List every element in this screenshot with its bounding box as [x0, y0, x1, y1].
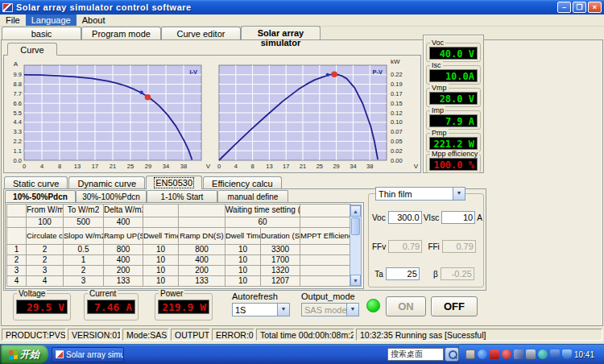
table-cell[interactable]: 200 — [179, 266, 225, 276]
table-scrollbar[interactable]: ▲ ▼ — [350, 205, 362, 287]
tab-curve-editor[interactable]: Curve editor — [161, 27, 241, 39]
chevron-down-icon[interactable]: ▼ — [277, 304, 289, 316]
table-cell[interactable]: 2 — [27, 255, 64, 266]
tab-efficiency-calcu[interactable]: Efficiency calcu — [203, 176, 282, 189]
status-error: ERROR:0 — [212, 329, 254, 341]
tray-firewall-shield-icon[interactable] — [562, 350, 572, 359]
tab-static-curve[interactable]: Static curve — [4, 176, 68, 189]
table-cell[interactable]: 2 — [27, 245, 64, 255]
table-cell[interactable]: 3 — [7, 266, 27, 276]
svg-text:7.7: 7.7 — [14, 90, 22, 97]
on-button[interactable]: ON — [386, 296, 426, 316]
table-cell[interactable]: 60 — [225, 217, 300, 228]
tab-basic[interactable]: basic — [2, 27, 81, 39]
scrollbar-thumb[interactable] — [351, 217, 360, 235]
table-cell[interactable] — [300, 255, 351, 266]
minimize-button[interactable]: – — [557, 2, 571, 13]
table-cell[interactable] — [143, 217, 179, 228]
pv-model-params-group: Thin film ▼ Voc V Isc A FFv — [368, 193, 484, 287]
table-cell[interactable]: 100 — [27, 217, 64, 228]
pv-model-select[interactable]: Thin film ▼ — [375, 187, 465, 201]
table-cell[interactable]: 2 — [64, 266, 104, 276]
ffi-param-input — [442, 240, 476, 253]
table-cell[interactable]: 400 — [104, 217, 143, 228]
table-cell[interactable]: 0.5 — [64, 245, 104, 255]
scroll-down-icon[interactable]: ▼ — [350, 275, 361, 286]
table-cell[interactable] — [300, 266, 351, 276]
svg-text:2.2: 2.2 — [14, 138, 22, 145]
subtab-manual-define[interactable]: manual define — [217, 190, 288, 202]
tray-network-icon[interactable] — [514, 350, 523, 359]
subtab-10-50-pdcn[interactable]: 10%-50%Pdcn — [5, 190, 76, 202]
desktop-search-input[interactable] — [387, 348, 444, 361]
table-cell[interactable] — [300, 217, 351, 228]
tray-ati-icon[interactable] — [490, 350, 499, 359]
table-cell[interactable] — [7, 217, 27, 228]
table-cell[interactable]: 1320 — [261, 266, 300, 276]
search-icon[interactable] — [445, 347, 459, 362]
scroll-up-icon[interactable]: ▲ — [350, 205, 361, 217]
table-cell[interactable]: 800 — [179, 245, 225, 255]
table-cell[interactable]: 3300 — [261, 245, 300, 255]
menu-about[interactable]: About — [77, 14, 111, 26]
close-button[interactable]: × — [588, 2, 602, 13]
table-cell[interactable]: 1 — [64, 255, 104, 266]
table-cell[interactable]: 10 — [225, 255, 261, 266]
table-cell[interactable]: 10 — [143, 255, 179, 266]
table-cell[interactable]: 10 — [143, 245, 179, 255]
main-tab-strip: basic Program mode Curve editor Solar ar… — [2, 27, 602, 40]
menu-language[interactable]: Language — [26, 14, 77, 26]
table-cell[interactable]: 800 — [104, 245, 143, 255]
table-cell[interactable]: 4 — [27, 276, 64, 287]
tab-dynamic-curve[interactable]: Dynamic curve — [68, 176, 145, 189]
ta-param-input[interactable] — [386, 267, 420, 280]
subtab-30-100-pdcn[interactable]: 30%-100%Pdcn — [76, 190, 147, 202]
tray-messenger-icon[interactable] — [478, 350, 487, 359]
table-cell[interactable]: 10 — [143, 276, 179, 287]
table-cell[interactable] — [300, 245, 351, 255]
tab-en50530[interactable]: EN50530 — [146, 176, 202, 189]
voc-value: 40.0 V — [429, 47, 478, 60]
svg-text:0.0: 0.0 — [14, 157, 22, 164]
en50530-table[interactable]: From W/m2To W/m2Delta W/m2Waiting time s… — [6, 204, 351, 287]
taskbar-app-button[interactable]: Solar array simu... — [52, 347, 124, 362]
table-cell[interactable]: 1 — [7, 245, 27, 255]
maximize-button[interactable]: ❐ — [573, 2, 586, 13]
autorefresh-select[interactable]: 1S ▼ — [232, 303, 290, 316]
table-cell[interactable] — [300, 276, 351, 287]
table-cell[interactable]: 1700 — [261, 255, 300, 266]
table-cell[interactable]: 3 — [27, 266, 64, 276]
table-cell[interactable]: 10 — [225, 266, 261, 276]
subtab-start-shuntdown[interactable]: 1-10% Start ShuntDown — [147, 190, 217, 202]
table-cell[interactable]: 133 — [179, 276, 225, 287]
table-cell[interactable]: 133 — [104, 276, 143, 287]
isc-param-input[interactable] — [441, 211, 475, 224]
tray-volume-icon[interactable] — [526, 350, 536, 359]
tray-update-icon[interactable] — [538, 350, 548, 359]
tab-solar-array-simulator[interactable]: Solar array simulator — [241, 26, 321, 39]
voc-param-input[interactable] — [388, 211, 422, 224]
table-cell[interactable]: 400 — [179, 255, 225, 266]
menu-file[interactable]: File — [0, 14, 26, 26]
chevron-down-icon[interactable]: ▼ — [453, 188, 465, 200]
table-cell[interactable]: 4 — [7, 276, 27, 287]
tab-program-mode[interactable]: Program mode — [81, 27, 161, 39]
table-cell[interactable]: 1207 — [261, 276, 300, 287]
table-cell[interactable]: 10 — [225, 245, 261, 255]
start-button[interactable]: 开始 — [0, 345, 48, 364]
tray-antivirus-shield-icon[interactable] — [502, 350, 511, 359]
tray-security-shield-icon[interactable] — [550, 350, 560, 359]
off-button[interactable]: OFF — [431, 296, 478, 316]
table-cell[interactable]: 200 — [104, 266, 143, 276]
tab-curve[interactable]: Curve — [7, 43, 57, 56]
table-header-cell: Dwell Time (S) — [143, 228, 179, 245]
table-cell[interactable]: 10 — [143, 266, 179, 276]
table-cell[interactable]: 10 — [225, 276, 261, 287]
tray-keyboard-icon[interactable] — [465, 350, 475, 359]
table-cell[interactable]: 2 — [7, 255, 27, 266]
imp-label: Imp — [430, 106, 445, 114]
table-cell[interactable]: 400 — [104, 255, 143, 266]
table-cell[interactable]: 3 — [64, 276, 104, 287]
table-cell[interactable] — [179, 217, 225, 228]
table-cell[interactable]: 500 — [64, 217, 104, 228]
